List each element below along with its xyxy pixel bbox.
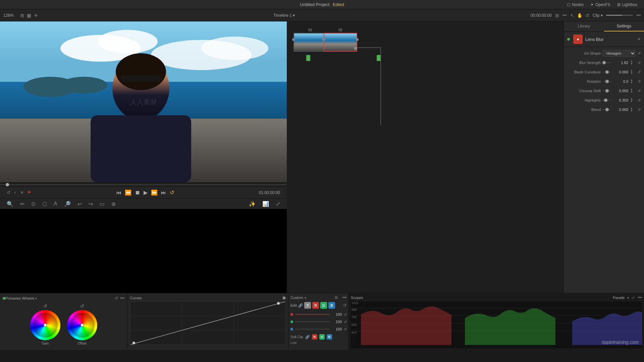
clip-more-options[interactable]: ••• (636, 13, 641, 18)
node-input-02[interactable] (322, 38, 325, 41)
loop-toggle[interactable]: ↺ (170, 189, 174, 196)
gain-wheel-dot[interactable] (44, 323, 47, 327)
clip-thumb-01[interactable] (293, 33, 327, 52)
offset-reset[interactable]: ↺ (80, 303, 84, 309)
color-wheels-title: Primaries Wheels (5, 296, 34, 300)
gain-reset[interactable]: ↺ (43, 303, 47, 309)
lift-icon[interactable]: 🔍 (7, 201, 13, 207)
chroma-shift-slider[interactable] (603, 90, 611, 91)
channel-g-button[interactable]: G (320, 302, 327, 309)
iris-reset[interactable]: ↺ (638, 51, 641, 56)
iris-shape-select[interactable]: Hexagon Circle Square (603, 50, 636, 57)
soft-clip-g[interactable]: G (319, 334, 325, 340)
refresh-icon[interactable]: ↺ (585, 13, 589, 18)
cursor-icon[interactable]: ↖ (570, 13, 574, 18)
clip-thumb-02[interactable] (324, 33, 357, 52)
clip-node-01[interactable]: 01 (293, 28, 327, 52)
gain-wheel[interactable] (30, 310, 60, 340)
highlights-stepper[interactable]: ▲ ▼ (630, 98, 636, 103)
red-slider[interactable] (295, 314, 330, 315)
wheels-more[interactable]: ••• (120, 296, 124, 301)
blend-reset[interactable]: ↺ (638, 108, 641, 112)
channel-r-button[interactable]: R (312, 302, 319, 309)
track-tool[interactable]: ⊕ (111, 201, 116, 207)
transform-icon[interactable]: ✛ (34, 13, 38, 18)
polygon-tool[interactable]: ⬡ (42, 201, 47, 207)
text-tool[interactable]: A (54, 201, 57, 207)
scopes-expand[interactable]: ⤢ (632, 295, 635, 300)
step-back-button[interactable]: ⏪ (125, 189, 131, 196)
chroma-shift-stepper[interactable]: ▲ ▼ (630, 88, 636, 94)
rotation-slider[interactable] (603, 81, 611, 82)
hand-icon[interactable]: ✋ (577, 13, 583, 18)
skip-forward-button[interactable]: ⏭ (161, 190, 166, 196)
panel-close-button[interactable]: ✕ (637, 37, 641, 42)
soft-clip-link[interactable]: 🔗 (305, 335, 310, 339)
more-options[interactable]: ••• (562, 13, 567, 18)
blur-strength-stepper[interactable]: ▲ ▼ (630, 60, 636, 65)
curves-canvas[interactable] (130, 301, 285, 345)
red-reset[interactable]: ↺ (344, 313, 346, 316)
skip-back-button[interactable]: ⏮ (116, 190, 121, 196)
clip-dropdown[interactable]: Clip ▾ (593, 13, 633, 18)
wheels-dropdown[interactable]: ▾ (35, 297, 37, 300)
play-button[interactable]: ▶ (144, 189, 148, 196)
expand-tool[interactable]: ⤢ (276, 201, 280, 207)
chroma-reset[interactable]: ↺ (638, 89, 641, 93)
custom-dropdown[interactable]: ▾ (305, 296, 306, 300)
channel-b-button[interactable]: B (328, 302, 335, 309)
blend-stepper[interactable]: ▲ ▼ (630, 107, 636, 112)
highlights-slider[interactable] (603, 100, 611, 101)
redo-tool[interactable]: ↪ (89, 201, 93, 207)
undo-tool[interactable]: ↩ (77, 201, 82, 207)
blend-slider[interactable] (603, 109, 611, 110)
scopes-more[interactable]: ••• (638, 295, 642, 300)
magic-tool[interactable]: ✨ (249, 201, 256, 207)
soft-clip-b[interactable]: B (327, 334, 332, 340)
rotation-stepper[interactable]: ▲ ▼ (630, 79, 636, 84)
scrubber-thumb[interactable] (6, 183, 9, 186)
edit-settings[interactable]: ⚙ (334, 295, 338, 300)
grid-icon[interactable]: ⊞ (20, 13, 24, 18)
stop-button[interactable]: ⏹ (135, 190, 140, 196)
link-icon[interactable]: 🔗 (298, 303, 303, 308)
blade-curvature-stepper[interactable]: ▲ ▼ (630, 69, 636, 75)
highlights-reset[interactable]: ↺ (638, 98, 641, 103)
svg-rect-11 (121, 75, 161, 82)
soft-clip-r[interactable]: R (312, 334, 317, 340)
blue-slider[interactable] (295, 329, 330, 329)
lightbox-button[interactable]: ⊞ Lightbox (617, 2, 637, 7)
blue-reset[interactable]: ↺ (344, 327, 346, 331)
green-slider[interactable] (295, 321, 330, 322)
tab-settings[interactable]: Settings (604, 21, 644, 32)
blade-curvature-slider[interactable] (603, 72, 611, 72)
channel-y-button[interactable]: Y (304, 302, 311, 309)
offset-wheel[interactable] (67, 310, 97, 340)
chart-icon[interactable]: 📊 (262, 201, 269, 207)
openfx-button[interactable]: ✦ OpenFX (590, 2, 610, 7)
blade-reset[interactable]: ↺ (638, 70, 641, 74)
node-input-01[interactable] (292, 38, 295, 41)
clip-node-02[interactable]: 02 (324, 28, 357, 52)
timeline-scrubber[interactable] (0, 182, 287, 186)
tab-library[interactable]: Library (564, 21, 604, 32)
edit-more[interactable]: ••• (342, 295, 346, 300)
mask-tool[interactable]: ▭ (100, 201, 105, 207)
blur-reset[interactable]: ↺ (638, 61, 641, 65)
circle-tool[interactable]: ⊙ (31, 201, 36, 207)
layout-icon[interactable]: ▦ (27, 13, 31, 18)
wheels-reset[interactable]: ↺ (115, 296, 118, 301)
pencil-icon[interactable]: ✏ (20, 201, 24, 207)
nodes-button[interactable]: ⬡ Nodes (567, 2, 584, 7)
blade-curvature-value: 0.000 (613, 70, 628, 74)
parade-dropdown[interactable]: ▾ (627, 296, 629, 300)
zoom-tool[interactable]: 🔎 (64, 201, 71, 207)
node-output-02[interactable] (356, 38, 359, 41)
channel-reset[interactable]: ↺ (343, 303, 346, 308)
step-forward-button[interactable]: ⏩ (151, 189, 158, 196)
green-reset[interactable]: ↺ (344, 320, 346, 324)
expand-icon[interactable]: ⊞ (555, 13, 559, 18)
offset-wheel-dot[interactable] (80, 323, 84, 327)
blur-strength-slider[interactable] (603, 62, 611, 63)
rotation-reset[interactable]: ↺ (638, 79, 641, 84)
